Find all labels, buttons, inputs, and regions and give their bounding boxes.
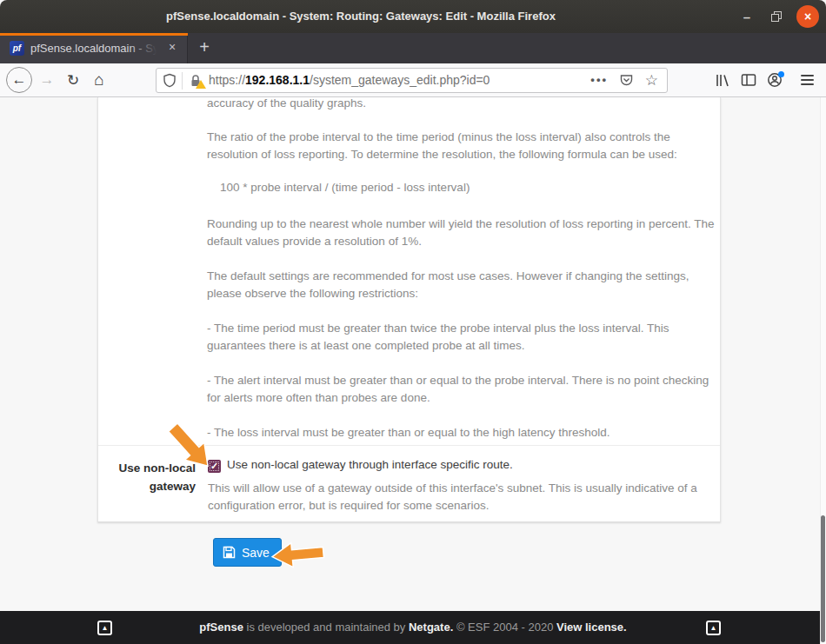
scroll-to-top-button[interactable]: ▲ xyxy=(706,621,721,635)
help-paragraph: accuracy of the quality graphs. xyxy=(207,95,722,112)
urlbar-separator xyxy=(182,72,183,90)
forward-icon: → xyxy=(40,71,55,89)
help-paragraph: - The loss interval must be greater than… xyxy=(207,424,722,442)
url-bar[interactable]: https://192.168.1.1/system_gateways_edit… xyxy=(156,68,668,93)
help-paragraph: The default settings are recommended for… xyxy=(207,268,722,302)
row-divider xyxy=(98,445,720,446)
new-tab-button[interactable]: + xyxy=(193,37,216,59)
page-actions-icon[interactable]: ••• xyxy=(590,69,608,92)
tab-close-icon[interactable]: × xyxy=(164,40,180,56)
url-domain: 192.168.1.1 xyxy=(245,73,310,87)
use-nonlocal-gateway-checkbox[interactable]: ✓ xyxy=(208,460,221,473)
home-icon: ⌂ xyxy=(94,70,103,90)
tab-bar: pf pfSense.localdomain - Sy × + xyxy=(0,33,826,63)
warning-triangle-icon xyxy=(196,80,206,89)
url-path: /system_gateways_edit.php?id=0 xyxy=(310,73,490,87)
window-title: pfSense.localdomain - System: Routing: G… xyxy=(0,0,722,33)
home-button[interactable]: ⌂ xyxy=(89,63,110,96)
checkbox-help-text: This will allow use of a gateway outside… xyxy=(208,480,716,515)
save-button-label: Save xyxy=(242,546,270,560)
active-tab-indicator xyxy=(0,33,188,36)
sidebar-button[interactable] xyxy=(737,63,760,96)
tracking-protection-shield-icon[interactable] xyxy=(163,73,177,88)
use-nonlocal-gateway-label: Use non-local gateway xyxy=(96,459,196,495)
reload-icon: ↻ xyxy=(67,71,79,90)
back-icon: ← xyxy=(12,71,27,89)
help-paragraph: - The time period must be greater than t… xyxy=(207,320,722,355)
navigation-toolbar: ← → ↻ ⌂ https://192.168.1.1/system_gatew… xyxy=(0,63,826,97)
save-button[interactable]: Save xyxy=(213,538,282,567)
minimize-button[interactable]: – xyxy=(736,5,758,28)
footer-text: pfSense is developed and maintained by N… xyxy=(0,611,826,644)
library-icon xyxy=(715,73,730,88)
account-button[interactable] xyxy=(763,63,786,96)
up-arrow-icon: ▲ xyxy=(710,625,717,632)
footer-netgate-link[interactable]: Netgate. xyxy=(409,621,453,634)
sidebar-icon xyxy=(741,73,756,87)
url-scheme: https:// xyxy=(209,73,245,87)
url-text[interactable]: https://192.168.1.1/system_gateways_edit… xyxy=(209,69,490,92)
floppy-save-icon xyxy=(223,546,236,559)
reload-button[interactable]: ↻ xyxy=(63,63,83,96)
forward-button[interactable]: → xyxy=(37,63,57,96)
hamburger-icon xyxy=(801,75,814,76)
up-arrow-icon: ▲ xyxy=(102,625,109,632)
hamburger-menu-button[interactable] xyxy=(795,63,819,96)
pfsense-favicon-icon: pf xyxy=(10,41,24,56)
checkbox-option-label: Use non-local gateway through interface … xyxy=(227,458,513,471)
close-button[interactable]: × xyxy=(796,5,819,28)
tab-title-fade xyxy=(129,38,163,59)
active-tab[interactable]: pf pfSense.localdomain - Sy × xyxy=(0,33,188,63)
pocket-icon[interactable] xyxy=(619,73,634,88)
close-icon: × xyxy=(804,10,811,23)
account-notification-dot xyxy=(778,71,784,77)
scroll-to-top-button[interactable]: ▲ xyxy=(97,621,112,635)
help-paragraph: The ratio of the probe interval to the t… xyxy=(207,129,722,163)
footer-view-license-link[interactable]: View license. xyxy=(556,621,627,634)
scrollbar-thumb[interactable] xyxy=(821,515,825,642)
window-titlebar: pfSense.localdomain - System: Routing: G… xyxy=(0,0,826,33)
loss-resolution-formula: 100 * probe interval / (time period - lo… xyxy=(220,181,470,194)
footer-brand: pfSense xyxy=(199,621,243,634)
maximize-button[interactable] xyxy=(765,5,788,28)
back-button[interactable]: ← xyxy=(5,63,33,96)
help-paragraph: - The alert interval must be greater tha… xyxy=(207,372,722,407)
bookmark-star-icon[interactable]: ☆ xyxy=(645,69,658,92)
restore-icon xyxy=(770,10,783,23)
firefox-window: pfSense.localdomain - System: Routing: G… xyxy=(0,0,826,644)
help-paragraph: Rounding up to the nearest whole number … xyxy=(207,216,722,250)
library-button[interactable] xyxy=(711,63,734,96)
page-footer: pfSense is developed and maintained by N… xyxy=(0,611,826,644)
checkmark-icon: ✓ xyxy=(210,461,218,471)
